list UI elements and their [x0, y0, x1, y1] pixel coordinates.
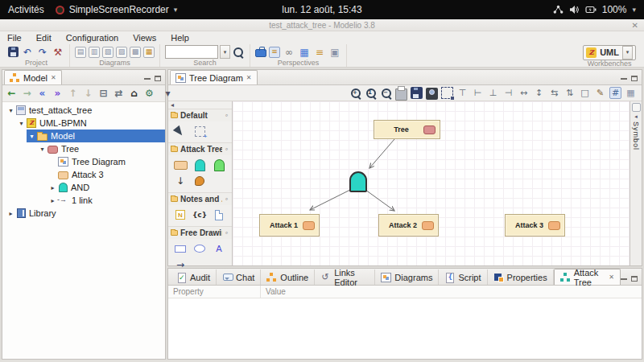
diagram-node-attack-2[interactable]: Attack 2	[378, 214, 439, 237]
matrix-editor-icon[interactable]: ▦	[143, 47, 155, 58]
palette-section-attack-tree[interactable]: Attack Tree∘	[168, 142, 232, 155]
model-browser-icon[interactable]: ≡	[269, 47, 280, 58]
menu-configuration[interactable]: Configuration	[66, 33, 118, 43]
minimize-icon[interactable]	[621, 77, 627, 80]
search-input[interactable]	[165, 45, 218, 59]
value-column-header[interactable]: Value	[261, 287, 286, 296]
expander-icon[interactable]: ▾	[38, 146, 47, 153]
save-icon[interactable]	[8, 47, 19, 57]
status-tray[interactable]: 100% ▾	[553, 4, 644, 15]
tree-item-attack-3[interactable]: Attack 3	[2, 168, 165, 181]
expander-icon[interactable]: ▾	[6, 107, 15, 114]
close-icon[interactable]: ✕	[246, 74, 252, 81]
menu-edit[interactable]: Edit	[36, 33, 52, 43]
palette-tool-constraint[interactable]: {c}	[190, 207, 209, 223]
expander-icon[interactable]: ▾	[27, 133, 36, 140]
tree-item-model[interactable]: ▾Model	[2, 130, 165, 142]
align-top-icon[interactable]: ⊤	[456, 87, 469, 99]
zoom-in-icon[interactable]: +	[349, 87, 361, 99]
dialog-icon[interactable]: ▣	[328, 46, 341, 59]
palette-tool-rectangle[interactable]	[171, 241, 190, 257]
sequence-diagram-icon[interactable]: ▩	[130, 47, 141, 58]
snapshot-icon[interactable]	[426, 88, 438, 100]
class-diagram-icon[interactable]: ▤	[75, 47, 86, 58]
select-area-icon[interactable]	[441, 87, 453, 99]
align-left-icon[interactable]: ⊢	[472, 87, 484, 99]
diagram-node-attack-3[interactable]: Attack 3	[505, 214, 565, 237]
palette-tool-transition[interactable]: ↓	[171, 173, 190, 189]
tree-item-1-link[interactable]: ▸1 link	[2, 194, 165, 207]
tree-item-test-attack-tree[interactable]: ▾test_attack_tree	[2, 104, 165, 117]
move-up-icon[interactable]: ↑	[67, 88, 79, 100]
diagram-node-tree[interactable]: Tree	[374, 120, 440, 139]
forward-icon[interactable]: →	[21, 88, 33, 100]
tab-attack-tree[interactable]: Attack Tree✕	[554, 269, 621, 285]
menu-help[interactable]: Help	[171, 33, 189, 43]
zoom-out-icon[interactable]: −	[380, 87, 392, 99]
tree-item-uml-bpmn[interactable]: ▾UML-BPMN	[2, 117, 165, 130]
search-dropdown-button[interactable]: ▾	[220, 45, 230, 59]
page-setup-icon[interactable]: ▦	[625, 87, 637, 99]
expander-icon[interactable]: ▸	[48, 197, 57, 204]
tab-audit[interactable]: Audit	[171, 269, 217, 285]
tree-item-tree-diagram[interactable]: Tree Diagram	[2, 155, 165, 168]
collapse-toggle-icon[interactable]: ∘	[225, 146, 229, 153]
close-icon[interactable]: ✕	[609, 274, 614, 281]
collapse-toggle-icon[interactable]: ∘	[225, 195, 229, 203]
configure-icon[interactable]: ⚒	[52, 46, 64, 59]
palette-tool-attack-node[interactable]	[171, 157, 190, 173]
expander-icon[interactable]: ▸	[48, 184, 57, 191]
package-diagram-icon[interactable]: ▥	[89, 47, 100, 58]
align-bottom-icon[interactable]: ⊥	[487, 87, 499, 99]
tab-chat[interactable]: Chat	[217, 269, 261, 285]
palette-tool-event[interactable]	[190, 173, 209, 189]
palette-collapse-icon[interactable]: ◂	[171, 101, 174, 109]
menu-file[interactable]: File	[7, 33, 22, 43]
close-icon[interactable]: ✕	[51, 74, 56, 81]
distribute-h-icon[interactable]: ↔	[518, 87, 530, 99]
back-icon[interactable]: ←	[6, 88, 18, 100]
palette-tool-and-gate[interactable]	[190, 157, 209, 173]
tree-item-library[interactable]: ▸Library	[2, 207, 165, 220]
grid-icon[interactable]: #	[609, 87, 621, 99]
collapse-toggle-icon[interactable]: ∘	[225, 112, 229, 119]
same-width-icon[interactable]: ⇆	[548, 87, 560, 99]
symbol-tab-label[interactable]: Symbol	[632, 121, 640, 150]
hierarchy-icon[interactable]: ≡	[313, 46, 326, 59]
palette-tool-text[interactable]: A	[209, 241, 229, 257]
tab-properties[interactable]: Properties	[488, 269, 554, 285]
collapse-all-icon[interactable]: ⊟	[97, 88, 109, 100]
tab-links-editor[interactable]: Links Editor	[315, 269, 375, 285]
maximize-icon[interactable]	[155, 76, 161, 81]
workbench-selector[interactable]: UML ▾	[583, 45, 636, 60]
palette-tool-select[interactable]	[171, 123, 190, 139]
app-menu[interactable]: SimpleScreenRecorder ▾	[56, 4, 178, 15]
palette-tool-document[interactable]	[209, 207, 229, 223]
next-selection-icon[interactable]: »	[52, 88, 64, 100]
search-icon[interactable]	[232, 46, 245, 59]
print-icon[interactable]	[395, 88, 407, 101]
tab-script[interactable]: Script	[439, 269, 487, 285]
maximize-icon[interactable]	[631, 276, 638, 282]
collapse-toggle-icon[interactable]: ∘	[225, 229, 229, 237]
save-image-icon[interactable]	[411, 87, 423, 99]
style-icon[interactable]: ✎	[594, 87, 606, 99]
palette-tool-ellipse[interactable]	[190, 241, 209, 257]
palette-section-free-drawing[interactable]: Free Drawing∘	[168, 226, 232, 239]
distribute-v-icon[interactable]: ↕	[533, 87, 545, 99]
palette-section-notes-and-[interactable]: Notes and ...∘	[168, 192, 232, 205]
minimize-icon[interactable]	[144, 77, 151, 80]
tree-item-tree[interactable]: ▾Tree	[2, 142, 165, 155]
deployment-diagram-icon[interactable]: ▨	[116, 47, 127, 58]
link-with-editor-icon[interactable]: ⇄	[113, 88, 125, 100]
palette-tool-note[interactable]	[171, 207, 190, 223]
palette-tool-marquee[interactable]	[190, 123, 209, 139]
view-menu-icon[interactable]: ▾	[162, 88, 174, 100]
tab-tree-diagram[interactable]: Tree Diagram ✕	[170, 70, 258, 84]
minimize-icon[interactable]	[621, 278, 627, 280]
diagram-node-and-gate[interactable]	[349, 171, 367, 192]
grid-view-icon[interactable]: ▦	[298, 46, 311, 59]
zoom-original-icon[interactable]: 1	[365, 87, 377, 99]
palette-tool-or-gate[interactable]	[209, 157, 229, 173]
configure-browser-icon[interactable]: ⚙	[143, 88, 155, 100]
